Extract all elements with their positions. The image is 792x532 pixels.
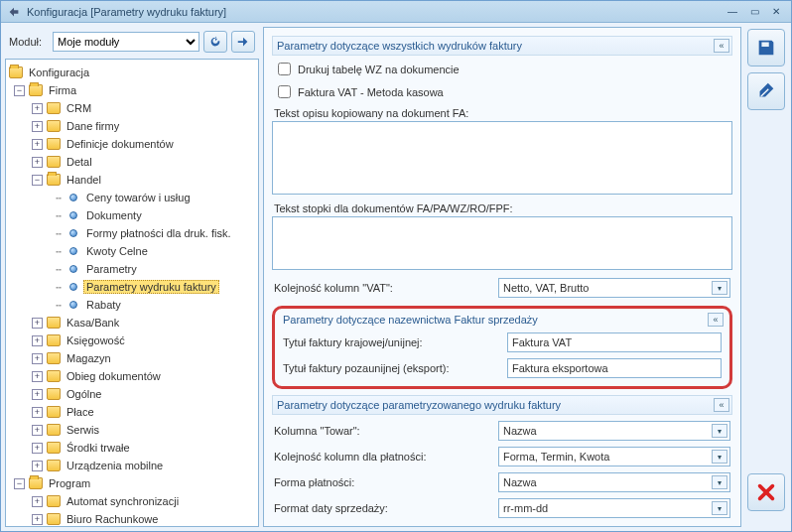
cancel-button[interactable]	[747, 473, 785, 511]
tree-leaf[interactable]: ⋯Kwoty Celne	[8, 242, 256, 260]
chevron-down-icon[interactable]: ▾	[712, 281, 727, 295]
label-tekst-opisu: Tekst opisu kopiowany na dokument FA:	[274, 107, 730, 119]
tree-item[interactable]: +Księgowość	[8, 332, 256, 349]
tree-item[interactable]: +Biuro Rachunkowe	[8, 510, 256, 527]
toggle-icon[interactable]: +	[32, 443, 43, 454]
input-tytul-eksport[interactable]: Faktura eksportowa	[507, 358, 722, 378]
tree-item[interactable]: +Magazyn	[8, 349, 256, 367]
field-label: Kolumna "Towar":	[274, 425, 492, 437]
tree-program[interactable]: −Program	[8, 474, 256, 492]
folder-icon	[47, 156, 61, 168]
titlebar: Konfiguracja [Parametry wydruku faktury]…	[1, 1, 791, 23]
app-window: Konfiguracja [Parametry wydruku faktury]…	[0, 0, 792, 532]
tree-leaf[interactable]: ⋯Ceny towarów i usług	[8, 189, 256, 206]
select-kolumna-towar[interactable]: Nazwa ▾	[498, 421, 730, 441]
toggle-icon[interactable]: +	[32, 139, 43, 150]
select-forma-platnosci[interactable]: Nazwa ▾	[498, 472, 730, 492]
minimize-button[interactable]: —	[724, 5, 741, 19]
toggle-icon[interactable]: −	[14, 478, 25, 489]
body: Moduł: Moje moduły Konfiguracja	[1, 23, 791, 531]
node-icon	[69, 194, 77, 201]
folder-icon	[47, 334, 61, 346]
collapse-icon[interactable]: «	[708, 313, 724, 327]
tree-item[interactable]: +Ogólne	[8, 385, 256, 403]
tree-root[interactable]: Konfiguracja	[8, 64, 256, 81]
tree-item[interactable]: +Serwis	[8, 421, 256, 439]
tree-handel[interactable]: −Handel	[8, 171, 256, 189]
tree-item[interactable]: +Automat synchronizacji	[8, 492, 256, 510]
toggle-icon[interactable]: −	[14, 85, 25, 96]
toggle-icon[interactable]: +	[32, 353, 43, 364]
select-kolejnosc-platnosci[interactable]: Forma, Termin, Kwota ▾	[498, 447, 730, 466]
chevron-down-icon[interactable]: ▾	[712, 501, 727, 515]
tree-item[interactable]: +Kasa/Bank	[8, 314, 256, 332]
tree-item[interactable]: +Detal	[8, 153, 256, 171]
module-select[interactable]: Moje moduły	[53, 32, 199, 52]
row-format-daty: Format daty sprzedaży: rr-mm-dd ▾	[274, 498, 730, 518]
toggle-icon[interactable]: +	[32, 461, 43, 471]
field-label: Kolejność kolumn dla płatności:	[274, 451, 492, 463]
find-button[interactable]	[231, 31, 255, 53]
collapse-icon[interactable]: «	[714, 398, 729, 412]
tree-item[interactable]: +Środki trwałe	[8, 439, 256, 457]
select-format-daty[interactable]: rr-mm-dd ▾	[498, 498, 730, 518]
folder-icon	[9, 66, 23, 78]
tree-item[interactable]: +Definicje dokumentów	[8, 135, 256, 153]
checkbox-metoda-kasowa[interactable]	[278, 85, 291, 98]
section-title: Parametry dotyczące parametryzowanego wy…	[275, 399, 714, 411]
toggle-icon[interactable]: +	[32, 407, 43, 418]
chevron-down-icon[interactable]: ▾	[712, 424, 727, 438]
folder-icon	[47, 513, 61, 525]
toggle-icon[interactable]: +	[32, 318, 43, 329]
folder-icon	[47, 352, 61, 364]
field-label: Tytuł faktury pozaunijnej (eksport):	[283, 362, 501, 374]
folder-icon	[47, 442, 61, 454]
folder-icon	[47, 370, 61, 382]
toggle-icon[interactable]: +	[32, 157, 43, 168]
tree-item[interactable]: +Obieg dokumentów	[8, 367, 256, 385]
tree-item[interactable]: +CRM	[8, 99, 256, 117]
save-button[interactable]	[747, 29, 785, 66]
tree-item[interactable]: +Urządzenia mobilne	[8, 457, 256, 474]
left-column: Moduł: Moje moduły Konfiguracja	[5, 27, 259, 527]
apply-button[interactable]	[747, 72, 785, 110]
tree-leaf[interactable]: ⋯Rabaty	[8, 296, 256, 314]
tree-item[interactable]: +Płace	[8, 403, 256, 421]
toggle-icon[interactable]: +	[32, 514, 43, 525]
toggle-icon[interactable]: +	[32, 425, 43, 436]
folder-icon	[29, 84, 43, 96]
toggle-icon[interactable]: +	[32, 121, 43, 132]
folder-icon	[47, 138, 61, 150]
toggle-icon[interactable]: +	[32, 335, 43, 346]
textarea-tekst-stopki[interactable]	[272, 216, 732, 270]
tree-leaf[interactable]: ⋯Formy płatności dla druk. fisk.	[8, 224, 256, 242]
toggle-icon[interactable]: +	[32, 371, 43, 382]
section-all-prints: Parametry dotyczące wszystkich wydruków …	[272, 36, 732, 56]
toggle-icon[interactable]: +	[32, 103, 43, 114]
chevron-down-icon[interactable]: ▾	[712, 450, 727, 464]
collapse-icon[interactable]: «	[714, 39, 729, 53]
tree-leaf[interactable]: ⋯Parametry	[8, 260, 256, 278]
tree-leaf-selected[interactable]: ⋯Parametry wydruku faktury	[8, 278, 256, 296]
node-icon	[69, 211, 77, 219]
folder-icon	[47, 424, 61, 436]
checkbox-drukuj-wz[interactable]	[278, 63, 291, 75]
field-label: Forma płatności:	[274, 476, 492, 488]
input-tytul-krajowy[interactable]: Faktura VAT	[507, 332, 722, 352]
refresh-button[interactable]	[203, 31, 227, 53]
toggle-icon[interactable]: −	[32, 175, 43, 186]
tree-firma[interactable]: − Firma	[8, 81, 256, 99]
maximize-button[interactable]: ▭	[745, 5, 763, 19]
toggle-icon[interactable]: +	[32, 389, 43, 400]
toggle-icon[interactable]: +	[32, 496, 43, 507]
close-button[interactable]: ✕	[767, 5, 785, 19]
nav-tree[interactable]: Konfiguracja − Firma +CRM +Dane firmy +D…	[5, 59, 259, 527]
folder-icon	[29, 477, 43, 489]
chevron-down-icon[interactable]: ▾	[712, 475, 727, 489]
select-kolejnosc-vat[interactable]: Netto, VAT, Brutto ▾	[498, 278, 730, 298]
textarea-tekst-opisu[interactable]	[272, 121, 732, 195]
section-title: Parametry dotyczące wszystkich wydruków …	[275, 40, 714, 52]
tree-item[interactable]: +Dane firmy	[8, 117, 256, 135]
field-label: Tytuł faktury krajowej/unijnej:	[283, 336, 501, 348]
tree-leaf[interactable]: ⋯Dokumenty	[8, 206, 256, 224]
